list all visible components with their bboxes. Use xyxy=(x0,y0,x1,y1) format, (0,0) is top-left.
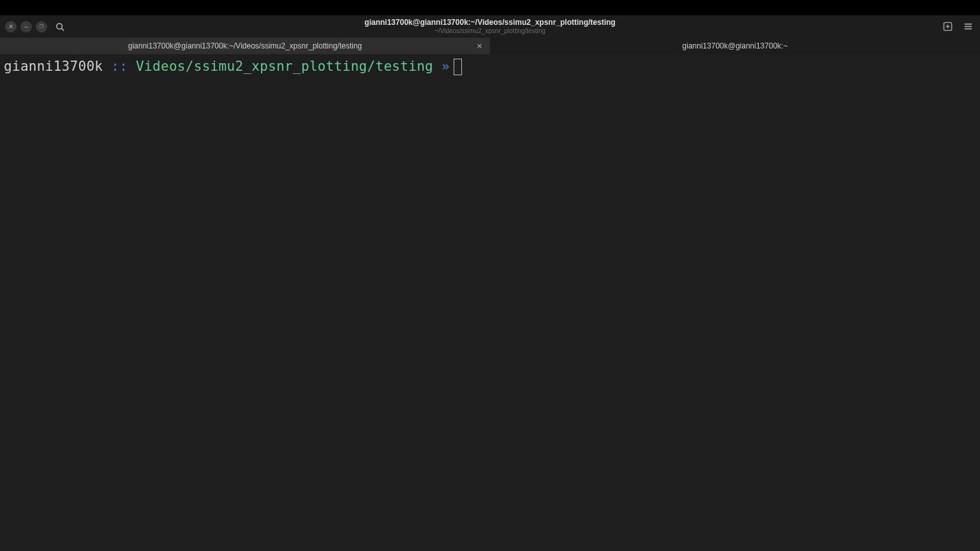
header-title-block: gianni13700k@gianni13700k:~/Videos/ssimu… xyxy=(364,18,615,34)
desktop-titlebar xyxy=(0,0,980,15)
close-icon: ✕ xyxy=(477,42,482,50)
window-title: gianni13700k@gianni13700k:~/Videos/ssimu… xyxy=(364,18,615,27)
window-controls: ✕ – ❐ xyxy=(5,21,47,33)
window-close-button[interactable]: ✕ xyxy=(5,21,17,33)
tab-bar: gianni13700k@gianni13700k:~/Videos/ssimu… xyxy=(0,38,980,54)
minimize-icon: – xyxy=(24,23,28,30)
tab-2[interactable]: gianni13700k@gianni13700k:~ xyxy=(490,38,980,54)
window-header: ✕ – ❐ gianni13700k@gianni13700k:~/Videos… xyxy=(0,15,980,38)
new-tab-icon xyxy=(943,22,953,31)
maximize-icon: ❐ xyxy=(40,24,43,29)
hamburger-menu-button[interactable] xyxy=(961,20,975,34)
terminal-cursor xyxy=(454,59,462,75)
window-minimize-button[interactable]: – xyxy=(20,21,32,33)
tab-label: gianni13700k@gianni13700k:~ xyxy=(682,41,787,50)
prompt-line: gianni13700k :: Videos/ssimu2_xpsnr_plot… xyxy=(4,58,976,75)
search-button[interactable] xyxy=(52,19,68,34)
window-subtitle: ~/Videos/ssimu2_xpsnr_plotting/testing xyxy=(364,27,615,35)
prompt-path: Videos/ssimu2_xpsnr_plotting/testing xyxy=(136,58,433,75)
prompt-user: gianni13700k xyxy=(4,58,103,75)
tab-1[interactable]: gianni13700k@gianni13700k:~/Videos/ssimu… xyxy=(0,38,490,54)
search-icon xyxy=(56,22,64,31)
prompt-separator: :: xyxy=(103,58,136,75)
window-maximize-button[interactable]: ❐ xyxy=(36,21,47,33)
svg-point-0 xyxy=(57,23,63,29)
header-right-controls xyxy=(940,20,975,34)
tab-close-button[interactable]: ✕ xyxy=(477,42,482,50)
svg-line-1 xyxy=(62,28,64,31)
tab-label: gianni13700k@gianni13700k:~/Videos/ssimu… xyxy=(128,41,362,50)
terminal-viewport[interactable]: gianni13700k :: Videos/ssimu2_xpsnr_plot… xyxy=(0,54,980,551)
new-tab-button[interactable] xyxy=(940,20,954,34)
hamburger-icon xyxy=(963,22,973,31)
prompt-arrow: » xyxy=(433,58,450,75)
close-icon: ✕ xyxy=(8,24,13,30)
